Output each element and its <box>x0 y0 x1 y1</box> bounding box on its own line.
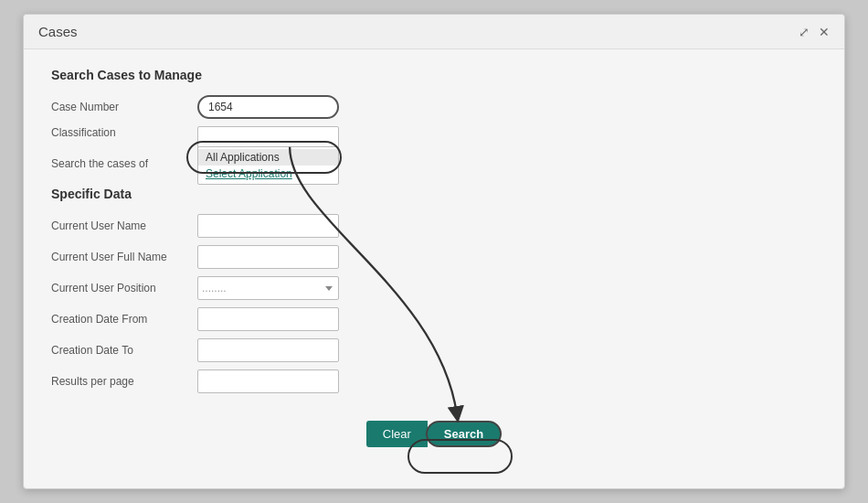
current-user-name-row: Current User Name <box>51 214 817 238</box>
current-user-fullname-input[interactable] <box>197 245 339 269</box>
search-section-title: Search Cases to Manage <box>51 68 817 82</box>
dropdown-select-application[interactable]: Select Application <box>198 166 338 182</box>
current-user-name-label: Current User Name <box>51 219 197 232</box>
current-user-fullname-label: Current User Full Name <box>51 251 197 263</box>
case-number-label: Case Number <box>51 101 197 113</box>
search-cases-of-row: Search the cases of All Applications <box>51 157 817 170</box>
modal-header: Cases ⤢ ✕ <box>24 15 844 49</box>
creation-date-from-input[interactable] <box>197 307 339 331</box>
case-number-input[interactable] <box>197 95 339 119</box>
current-user-fullname-row: Current User Full Name <box>51 245 817 269</box>
current-user-position-row: Current User Position ........ <box>51 276 817 300</box>
modal-body: Search Cases to Manage Case Number Class… <box>24 49 844 466</box>
creation-date-to-row: Creation Date To <box>51 338 817 362</box>
classification-label: Classification <box>51 126 197 139</box>
modal-title: Cases <box>38 24 78 39</box>
buttons-row: Clear Search <box>51 421 817 447</box>
creation-date-to-label: Creation Date To <box>51 344 197 357</box>
creation-date-from-label: Creation Date From <box>51 313 197 326</box>
results-per-page-label: Results per page <box>51 375 197 388</box>
creation-date-to-input[interactable] <box>197 338 339 362</box>
current-user-position-label: Current User Position <box>51 282 197 294</box>
results-per-page-input[interactable] <box>197 369 339 393</box>
dropdown-all-applications[interactable]: All Applications <box>198 149 338 166</box>
cases-modal: Cases ⤢ ✕ Search Cases to Manage Case Nu… <box>23 14 845 489</box>
case-number-row: Case Number <box>51 95 817 119</box>
current-user-name-input[interactable] <box>197 214 339 238</box>
creation-date-from-row: Creation Date From <box>51 307 817 331</box>
expand-icon[interactable]: ⤢ <box>799 26 810 38</box>
search-cases-of-label: Search the cases of <box>51 157 197 170</box>
classification-area: All Applications Select Application <box>197 126 339 150</box>
specific-data-title: Specific Data <box>51 187 817 201</box>
classification-dropdown: All Applications Select Application <box>197 146 339 185</box>
clear-button[interactable]: Clear <box>366 421 428 447</box>
specific-data-section: Specific Data Current User Name Current … <box>51 187 817 393</box>
close-icon[interactable]: ✕ <box>819 26 830 38</box>
results-per-page-row: Results per page <box>51 369 817 393</box>
classification-row: Classification All Applications Select A… <box>51 126 817 150</box>
header-icons: ⤢ ✕ <box>799 26 830 38</box>
search-button[interactable]: Search <box>426 421 502 447</box>
current-user-position-select[interactable]: ........ <box>197 276 339 300</box>
